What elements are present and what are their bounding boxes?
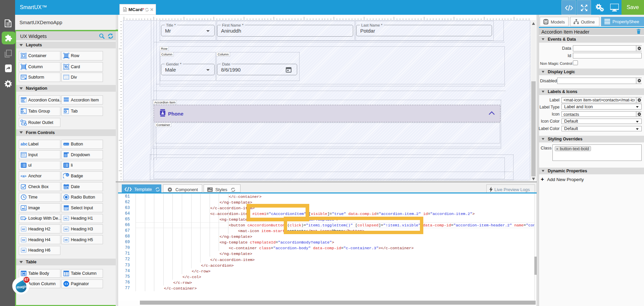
svg-text:</>: </> xyxy=(65,77,68,79)
svg-text:00: 00 xyxy=(66,174,68,176)
svg-text:H6: H6 xyxy=(22,249,25,252)
svg-text:H2: H2 xyxy=(22,228,25,230)
svg-text:H1: H1 xyxy=(65,217,68,220)
svg-text:H5: H5 xyxy=(65,239,68,241)
svg-text:H4: H4 xyxy=(22,239,25,241)
svg-text:BUTTON: BUTTON xyxy=(64,143,69,145)
svg-text:H3: H3 xyxy=(65,228,68,230)
